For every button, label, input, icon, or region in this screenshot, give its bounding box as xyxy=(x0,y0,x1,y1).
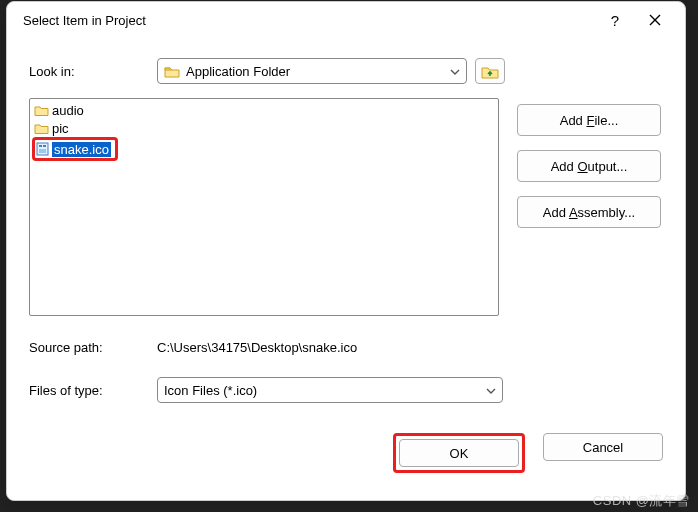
files-of-type-combo[interactable]: Icon Files (*.ico) xyxy=(157,377,503,403)
ok-highlight: OK xyxy=(393,433,525,473)
list-item-label: pic xyxy=(52,121,69,136)
list-item-selected[interactable]: snake.ico xyxy=(32,137,118,161)
add-file-button[interactable]: Add File... xyxy=(517,104,661,136)
files-of-type-value: Icon Files (*.ico) xyxy=(164,383,486,398)
dialog-actions: OK Cancel xyxy=(29,433,663,473)
file-icon xyxy=(36,142,49,156)
cancel-button[interactable]: Cancel xyxy=(543,433,663,461)
close-icon[interactable] xyxy=(635,12,675,29)
folder-up-button[interactable] xyxy=(475,58,505,84)
list-item-label: snake.ico xyxy=(52,142,111,157)
dialog: Select Item in Project ? Look in: Applic… xyxy=(6,1,686,501)
titlebar: Select Item in Project ? xyxy=(7,2,685,38)
svg-rect-2 xyxy=(43,145,46,147)
watermark: CSDN @流年雪 xyxy=(593,492,690,510)
folder-icon xyxy=(34,104,49,116)
look-in-combo[interactable]: Application Folder xyxy=(157,58,467,84)
dialog-content: Look in: Application Folder xyxy=(7,38,685,489)
dialog-title: Select Item in Project xyxy=(23,13,595,28)
svg-rect-1 xyxy=(39,145,42,147)
chevron-down-icon xyxy=(450,65,460,77)
list-item[interactable]: pic xyxy=(32,119,496,137)
svg-rect-3 xyxy=(39,149,46,153)
source-path-label: Source path: xyxy=(29,340,157,355)
folder-icon xyxy=(34,122,49,134)
list-item-label: audio xyxy=(52,103,84,118)
add-output-button[interactable]: Add Output... xyxy=(517,150,661,182)
file-list[interactable]: audio pic snake.ico xyxy=(29,98,499,316)
help-icon[interactable]: ? xyxy=(595,12,635,29)
chevron-down-icon xyxy=(486,384,496,396)
list-item[interactable]: audio xyxy=(32,101,496,119)
look-in-value: Application Folder xyxy=(186,64,450,79)
look-in-label: Look in: xyxy=(29,64,157,79)
folder-icon xyxy=(164,65,180,78)
add-assembly-button[interactable]: Add Assembly... xyxy=(517,196,661,228)
source-path-value: C:\Users\34175\Desktop\snake.ico xyxy=(157,340,663,355)
ok-button[interactable]: OK xyxy=(399,439,519,467)
files-of-type-label: Files of type: xyxy=(29,383,157,398)
side-buttons: Add File... Add Output... Add Assembly..… xyxy=(517,98,661,316)
